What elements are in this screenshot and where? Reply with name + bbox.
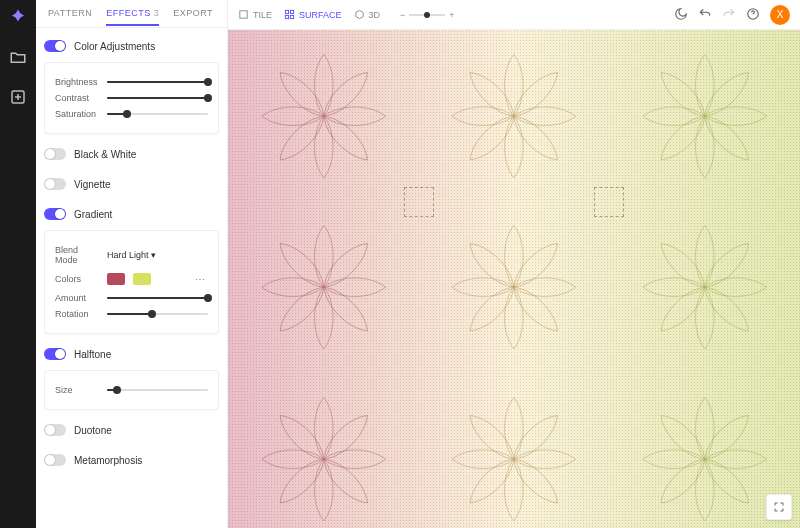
effects-panel: PATTERN EFFECTS 3 EXPORT Color Adjustmen… — [36, 0, 228, 528]
fullscreen-button[interactable] — [766, 494, 792, 520]
folder-icon[interactable] — [9, 48, 27, 70]
section-title-color-adjustments: Color Adjustments — [74, 41, 155, 52]
colors-label: Colors — [55, 274, 99, 284]
saturation-slider[interactable] — [107, 113, 208, 115]
color-swatch-1[interactable] — [107, 273, 125, 285]
amount-label: Amount — [55, 293, 99, 303]
blendmode-select[interactable]: Hard Light ▾ — [107, 250, 156, 260]
help-icon[interactable] — [746, 7, 760, 23]
avatar[interactable]: X — [770, 5, 790, 25]
toggle-gradient[interactable] — [44, 208, 66, 220]
saturation-label: Saturation — [55, 109, 99, 119]
brightness-slider[interactable] — [107, 81, 208, 83]
rotation-label: Rotation — [55, 309, 99, 319]
contrast-label: Contrast — [55, 93, 99, 103]
toggle-vignette[interactable] — [44, 178, 66, 190]
size-label: Size — [55, 385, 99, 395]
amount-slider[interactable] — [107, 297, 208, 299]
colors-menu-icon[interactable]: ⋯ — [192, 271, 208, 287]
toggle-color-adjustments[interactable] — [44, 40, 66, 52]
blendmode-label: Blend Mode — [55, 245, 99, 265]
viewmode-3d[interactable]: 3D — [354, 9, 381, 20]
viewer-topbar: TILE SURFACE 3D − + X — [228, 0, 800, 30]
gradient-card: Blend ModeHard Light ▾ Colors⋯ Amount Ro… — [44, 230, 219, 334]
size-slider[interactable] — [107, 389, 208, 391]
add-icon[interactable] — [9, 88, 27, 110]
svg-rect-5 — [290, 15, 293, 18]
tab-pattern[interactable]: PATTERN — [48, 8, 92, 19]
svg-rect-1 — [240, 11, 247, 18]
pattern-canvas[interactable] — [228, 30, 800, 528]
tab-effects[interactable]: EFFECTS 3 — [106, 8, 159, 26]
section-title-metamorphosis: Metamorphosis — [74, 455, 142, 466]
halftone-card: Size — [44, 370, 219, 410]
svg-rect-3 — [290, 10, 293, 13]
viewmode-tile[interactable]: TILE — [238, 9, 272, 20]
undo-icon[interactable] — [698, 7, 712, 23]
toggle-duotone[interactable] — [44, 424, 66, 436]
section-title-duotone: Duotone — [74, 425, 112, 436]
zoom-slider[interactable] — [409, 14, 445, 16]
zoom-out-button[interactable]: − — [400, 10, 405, 20]
toggle-bw[interactable] — [44, 148, 66, 160]
section-title-bw: Black & White — [74, 149, 136, 160]
chevron-down-icon: ▾ — [151, 250, 156, 260]
section-title-vignette: Vignette — [74, 179, 111, 190]
redo-icon[interactable] — [722, 7, 736, 23]
app-logo-icon[interactable] — [9, 8, 27, 30]
zoom-in-button[interactable]: + — [449, 10, 454, 20]
rotation-slider[interactable] — [107, 313, 208, 315]
toggle-halftone[interactable] — [44, 348, 66, 360]
toggle-metamorphosis[interactable] — [44, 454, 66, 466]
color-swatch-2[interactable] — [133, 273, 151, 285]
section-title-halftone: Halftone — [74, 349, 111, 360]
brightness-label: Brightness — [55, 77, 99, 87]
viewmode-surface[interactable]: SURFACE — [284, 9, 342, 20]
svg-rect-2 — [285, 10, 288, 13]
svg-rect-4 — [285, 15, 288, 18]
section-title-gradient: Gradient — [74, 209, 112, 220]
contrast-slider[interactable] — [107, 97, 208, 99]
color-adjustments-card: Brightness Contrast Saturation — [44, 62, 219, 134]
tab-export[interactable]: EXPORT — [173, 8, 213, 19]
theme-toggle-icon[interactable] — [674, 7, 688, 23]
